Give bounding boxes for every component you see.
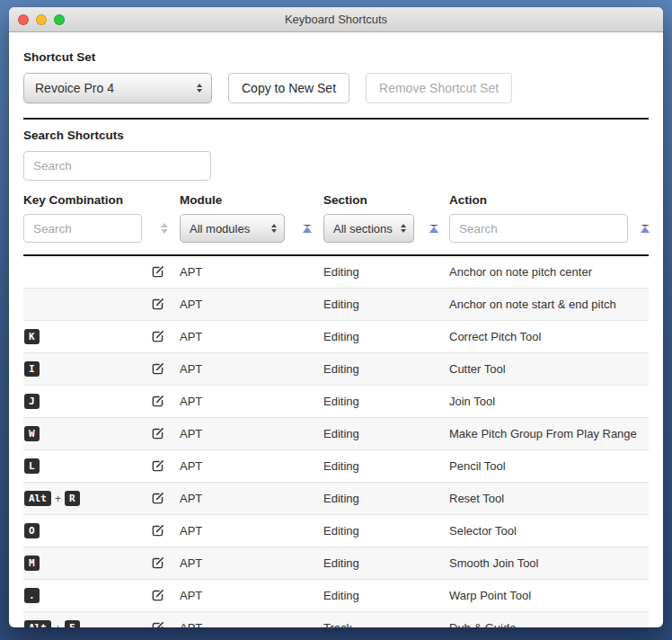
edit-cell <box>149 556 180 570</box>
section-filter-select[interactable]: All sections <box>323 214 414 243</box>
shortcut-set-controls: Revoice Pro 4 Copy to New Set Remove Sho… <box>23 73 649 103</box>
close-button[interactable] <box>18 14 29 25</box>
edit-cell <box>149 524 180 538</box>
shortcut-set-label: Shortcut Set <box>23 50 649 64</box>
row-section: Editing <box>323 556 449 570</box>
row-action: Selector Tool <box>449 524 649 538</box>
row-action: Cutter Tool <box>449 362 649 376</box>
row-action: Anchor on note pitch center <box>449 265 649 279</box>
action-filter-input[interactable] <box>449 214 628 243</box>
edit-shortcut-button[interactable] <box>151 492 164 505</box>
key-combination-cell: K <box>23 329 149 344</box>
edit-cell <box>149 298 180 311</box>
edit-cell <box>149 492 180 505</box>
edit-shortcut-button[interactable] <box>151 298 164 311</box>
window-content: Shortcut Set Revoice Pro 4 Copy to New S… <box>9 32 663 627</box>
key-badge: M <box>24 556 40 571</box>
minimize-button[interactable] <box>36 14 47 25</box>
table-column-headers: Key Combination Module Section Action <box>23 193 649 207</box>
row-section: Editing <box>323 524 449 538</box>
shortcut-set-selected-value: Revoice Pro 4 <box>35 81 114 95</box>
select-stepper-icon <box>197 84 202 93</box>
search-shortcuts-input[interactable] <box>23 151 211 181</box>
keyboard-shortcuts-window: Keyboard Shortcuts Shortcut Set Revoice … <box>9 7 663 627</box>
table-row: APT Editing Anchor on note start & end p… <box>23 289 649 321</box>
remove-shortcut-set-button[interactable]: Remove Shortcut Set <box>366 73 512 103</box>
table-row: . APT Editing Warp Point Tool <box>23 580 649 612</box>
row-module: APT <box>180 589 323 602</box>
sort-module-ascending-icon[interactable] <box>303 225 312 233</box>
row-action: Warp Point Tool <box>449 589 649 602</box>
key-combination-cell: I <box>23 361 149 377</box>
key-badge: Alt <box>24 491 51 506</box>
table-row: W APT Editing Make Pitch Group From Play… <box>23 418 649 450</box>
key-filter-input[interactable] <box>23 214 142 243</box>
key-badge: Alt <box>24 620 51 627</box>
action-filter-cell <box>449 214 651 243</box>
row-section: Editing <box>323 492 449 505</box>
edit-shortcut-button[interactable] <box>151 330 164 343</box>
edit-cell <box>149 330 180 343</box>
edit-icon <box>151 330 164 343</box>
key-badge: I <box>24 361 40 377</box>
title-bar[interactable]: Keyboard Shortcuts <box>9 7 663 32</box>
table-row: L APT Editing Pencil Tool <box>23 450 649 483</box>
edit-icon <box>151 492 164 505</box>
row-module: APT <box>180 492 323 505</box>
key-badge: K <box>24 329 40 344</box>
edit-shortcut-button[interactable] <box>151 589 164 602</box>
row-action: Anchor on note start & end pitch <box>449 298 649 311</box>
row-action: Make Pitch Group From Play Range <box>449 427 649 440</box>
edit-icon <box>151 395 164 408</box>
module-filter-select[interactable]: All modules <box>180 214 285 243</box>
edit-shortcut-button[interactable] <box>151 427 164 440</box>
row-section: Editing <box>323 395 449 408</box>
sort-action-ascending-icon[interactable] <box>641 225 650 233</box>
row-module: APT <box>180 621 323 627</box>
row-module: APT <box>180 556 323 570</box>
edit-shortcut-button[interactable] <box>151 362 164 376</box>
row-section: Editing <box>323 330 449 343</box>
edit-shortcut-button[interactable] <box>151 621 164 627</box>
edit-shortcut-button[interactable] <box>151 395 164 408</box>
key-badge: W <box>24 426 40 441</box>
key-combination-cell: . <box>23 588 149 603</box>
row-module: APT <box>180 524 323 538</box>
row-module: APT <box>180 362 323 376</box>
row-module: APT <box>180 395 323 408</box>
sort-key-combination-icon[interactable] <box>161 223 168 234</box>
row-module: APT <box>180 330 323 343</box>
row-section: Editing <box>323 589 449 602</box>
edit-shortcut-button[interactable] <box>151 524 164 538</box>
edit-cell <box>149 589 180 602</box>
key-badge: L <box>24 458 40 474</box>
column-header-module: Module <box>180 193 323 207</box>
search-shortcuts-label: Search Shortcuts <box>23 129 649 142</box>
section-filter-cell: All sections <box>323 214 449 243</box>
edit-icon <box>151 362 164 376</box>
module-filter-selected-value: All modules <box>190 222 250 236</box>
sort-section-ascending-icon[interactable] <box>429 225 438 233</box>
table-row: J APT Editing Join Tool <box>23 386 649 418</box>
row-action: Correct Pitch Tool <box>449 330 649 343</box>
row-action: Smooth Join Tool <box>449 556 649 570</box>
shortcut-set-select[interactable]: Revoice Pro 4 <box>23 73 212 103</box>
edit-shortcut-button[interactable] <box>151 556 164 570</box>
copy-to-new-set-button[interactable]: Copy to New Set <box>228 73 349 103</box>
key-combination-cell: L <box>23 458 149 474</box>
row-action: Pencil Tool <box>449 459 649 473</box>
edit-shortcut-button[interactable] <box>151 459 164 473</box>
traffic-lights <box>18 14 65 25</box>
edit-shortcut-button[interactable] <box>151 265 164 279</box>
edit-icon <box>151 621 164 627</box>
plus-separator: + <box>55 493 61 505</box>
select-stepper-icon <box>271 224 277 233</box>
edit-icon <box>151 556 164 570</box>
zoom-button[interactable] <box>54 14 65 25</box>
table-body: APT Editing Anchor on note pitch center … <box>23 256 649 627</box>
table-row: I APT Editing Cutter Tool <box>23 353 649 386</box>
row-action: Dub & Guide <box>449 621 649 627</box>
edit-cell <box>149 427 180 440</box>
row-section: Editing <box>323 427 449 440</box>
edit-cell <box>149 362 180 376</box>
